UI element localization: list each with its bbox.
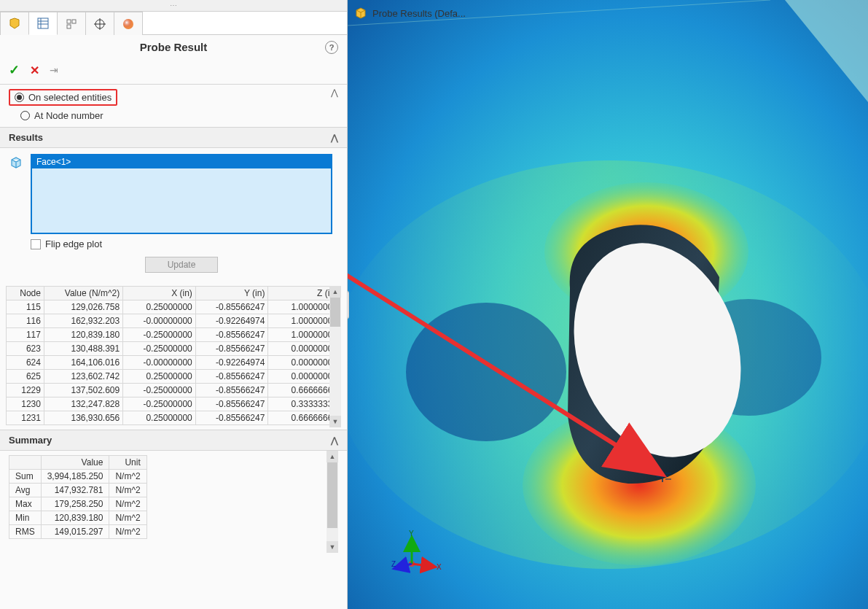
selection-item[interactable]: Face<1> xyxy=(32,155,331,168)
table-scrollbar[interactable]: ▲ ▼ xyxy=(329,286,341,427)
cell: -0.85566247 xyxy=(195,300,268,314)
cell: 117 xyxy=(7,328,44,342)
svg-line-27 xyxy=(412,564,434,567)
ok-button[interactable]: ✓ xyxy=(9,62,20,78)
scroll-track[interactable] xyxy=(327,462,338,541)
cell: 136,930.656 xyxy=(44,411,122,425)
cell: -0.85566247 xyxy=(195,411,268,425)
cell: -0.85566247 xyxy=(195,397,268,411)
cell: 123,602.742 xyxy=(44,370,122,384)
cell: -0.00000000 xyxy=(123,314,196,328)
tab-feature-icon[interactable] xyxy=(0,12,29,35)
scroll-up-icon[interactable]: ▲ xyxy=(329,286,341,298)
splitter-handle[interactable] xyxy=(348,290,349,319)
scroll-thumb[interactable] xyxy=(327,462,337,528)
cell: -0.85566247 xyxy=(195,328,268,342)
cell: -0.25000000 xyxy=(123,397,196,411)
summary-unit: N/m^2 xyxy=(109,470,146,484)
cell: 129,026.758 xyxy=(44,300,122,314)
summary-header[interactable]: Summary ⋀ xyxy=(0,430,347,451)
results-header[interactable]: Results ⋀ xyxy=(0,127,347,148)
scroll-track[interactable] xyxy=(329,298,341,416)
cell: -0.00000000 xyxy=(123,356,196,370)
table-row[interactable]: 1231136,930.6560.25000000-0.855662470.66… xyxy=(7,411,341,425)
action-row: ✓ ✕ ⇥ xyxy=(0,59,347,85)
radio-checked-icon xyxy=(15,93,24,102)
svg-line-29 xyxy=(396,564,412,568)
cell: 0.25000000 xyxy=(123,411,196,425)
col-x[interactable]: X (in) xyxy=(123,287,196,300)
table-row[interactable]: 115129,026.7580.25000000-0.855662471.000… xyxy=(7,300,341,314)
svg-point-16 xyxy=(406,303,566,441)
svg-rect-6 xyxy=(67,25,71,28)
fea-result-plot xyxy=(348,0,868,609)
option-at-node[interactable]: At Node number xyxy=(9,109,338,123)
col-node[interactable]: Node xyxy=(7,287,44,300)
col-y[interactable]: Y (in) xyxy=(195,287,268,300)
option-selected-entities[interactable]: On selected entities xyxy=(9,89,117,106)
update-button[interactable]: Update xyxy=(145,257,218,273)
results-body: Face<1> Flip edge plot Update xyxy=(0,148,347,286)
cell: 120,839.180 xyxy=(44,328,122,342)
property-list-icon xyxy=(36,17,50,30)
tab-property-icon[interactable] xyxy=(28,12,58,35)
table-row[interactable]: 1229137,502.609-0.25000000-0.855662470.6… xyxy=(7,384,341,397)
scroll-thumb[interactable] xyxy=(330,298,340,327)
options-section: ⋀ On selected entities At Node number xyxy=(0,85,347,127)
tab-config-icon[interactable] xyxy=(57,12,86,35)
tab-dimxpert-icon[interactable] xyxy=(85,12,114,35)
tab-appearance-icon[interactable] xyxy=(114,12,143,35)
flip-edge-checkbox[interactable]: Flip edge plot xyxy=(31,234,332,257)
col-blank xyxy=(9,456,42,470)
svg-rect-4 xyxy=(67,20,71,23)
summary-value: 147,932.781 xyxy=(41,484,109,497)
checkbox-label: Flip edge plot xyxy=(45,238,102,249)
svg-rect-5 xyxy=(72,20,76,23)
cell: 132,247.828 xyxy=(44,397,122,411)
summary-label: Max xyxy=(9,497,42,511)
table-row[interactable]: 623130,488.391-0.25000000-0.855662470.00… xyxy=(7,342,341,356)
panel-title: Probe Result xyxy=(140,41,208,53)
section-label: Summary xyxy=(9,435,52,446)
axis-x-label: X xyxy=(437,563,442,571)
scroll-up-icon[interactable]: ▲ xyxy=(327,451,338,462)
table-row[interactable]: 117120,839.180-0.25000000-0.855662471.00… xyxy=(7,328,341,342)
table-row[interactable]: 1230132,247.828-0.25000000-0.855662470.3… xyxy=(7,397,341,411)
feature-tree-icon xyxy=(8,18,21,31)
summary-scrollbar[interactable]: ▲ ▼ xyxy=(327,451,338,553)
summary-unit: N/m^2 xyxy=(109,511,146,525)
view-triad[interactable]: X Y Z xyxy=(391,529,442,580)
table-row: RMS149,015.297N/m^2 xyxy=(9,525,147,539)
selection-filter-icon[interactable] xyxy=(9,155,23,170)
col-value[interactable]: Value (N/m^2) xyxy=(44,287,122,300)
pin-button[interactable]: ⇥ xyxy=(50,64,58,76)
cell: 137,502.609 xyxy=(44,384,122,397)
chevron-down-icon: ⋀ xyxy=(331,435,338,446)
viewport-title: Probe Results (Defa... xyxy=(353,6,466,20)
summary-unit: N/m^2 xyxy=(109,497,146,511)
chevron-down-icon[interactable]: ⋀ xyxy=(331,88,338,98)
col-value: Value xyxy=(41,456,109,470)
selection-list[interactable]: Face<1> xyxy=(31,154,332,234)
table-row: Sum3,994,185.250N/m^2 xyxy=(9,470,147,484)
viewport-title-text: Probe Results (Defa... xyxy=(372,8,466,19)
cell: -0.25000000 xyxy=(123,384,196,397)
node-table: Node Value (N/m^2) X (in) Y (in) Z (in) … xyxy=(6,286,341,425)
table-row[interactable]: 625123,602.7420.25000000-0.855662470.000… xyxy=(7,370,341,384)
summary-label: Min xyxy=(9,511,42,525)
cancel-button[interactable]: ✕ xyxy=(30,63,39,77)
table-row[interactable]: 116162,932.203-0.00000000-0.922649741.00… xyxy=(7,314,341,328)
probe-cube-icon xyxy=(353,6,368,20)
option-label: On selected entities xyxy=(28,92,112,103)
summary-body: Value Unit Sum3,994,185.250N/m^2Avg147,9… xyxy=(0,451,347,543)
summary-value: 149,015.297 xyxy=(41,525,109,539)
summary-value: 179,258.250 xyxy=(41,497,109,511)
cell: 115 xyxy=(7,300,44,314)
help-icon[interactable]: ? xyxy=(325,41,338,54)
summary-label: Sum xyxy=(9,470,42,484)
table-row[interactable]: 624164,106.016-0.00000000-0.922649740.00… xyxy=(7,356,341,370)
option-label: At Node number xyxy=(34,110,103,121)
scroll-down-icon[interactable]: ▼ xyxy=(329,416,341,427)
graphics-viewport[interactable]: Probe Results (Defa... X Y Z xyxy=(348,0,868,609)
scroll-down-icon[interactable]: ▼ xyxy=(327,541,338,553)
